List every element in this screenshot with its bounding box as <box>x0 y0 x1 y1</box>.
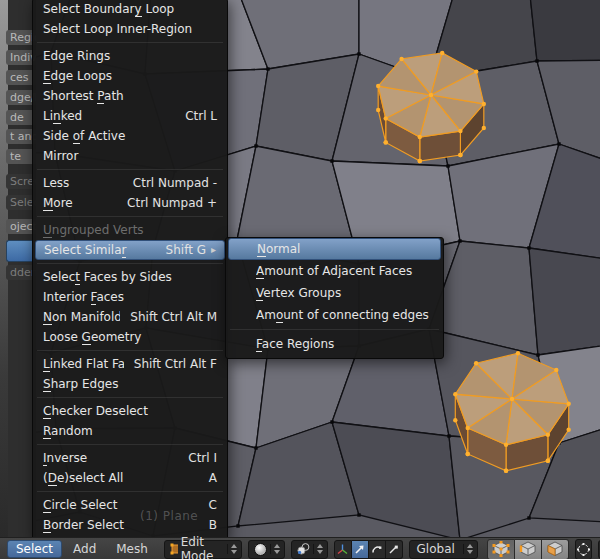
vertex-select-cube-icon <box>492 541 510 557</box>
menu-separator <box>35 39 225 46</box>
manipulator-rotate-button[interactable] <box>369 540 386 559</box>
menu-item-label: Inverse <box>43 448 178 468</box>
manipulator-axes-button[interactable] <box>334 540 352 559</box>
menu-item-non-manifold[interactable]: Non ManifoldShift Ctrl Alt M <box>35 307 225 327</box>
menu-item-edge-loops[interactable]: Edge Loops <box>35 66 225 86</box>
menu-item-sharp-edges[interactable]: Sharp Edges <box>35 374 225 394</box>
edit-mode-cube-icon <box>169 542 178 556</box>
menu-item-shortcut: Shift G <box>166 241 206 259</box>
mode-label: Edit Mode <box>178 535 225 559</box>
menu-item-label: Amount of connecting edges <box>256 304 433 326</box>
mode-selector[interactable]: Edit Mode <box>164 540 242 559</box>
menu-item-mirror[interactable]: Mirror <box>35 146 225 166</box>
menu-separator <box>35 441 225 448</box>
menu-item-shortcut: Ctrl I <box>188 448 217 468</box>
menu-item-amount-of-adjacent-faces[interactable]: Amount of Adjacent Faces <box>228 260 441 282</box>
manipulator-translate-button[interactable] <box>352 540 369 559</box>
menu-item-label: More <box>43 193 117 213</box>
face-select-cube-icon <box>546 541 564 557</box>
menu-item-amount-of-connecting-edges[interactable]: Amount of connecting edges <box>228 304 441 326</box>
translate-arrow-icon <box>354 544 365 555</box>
menu-item-label: Random <box>43 421 217 441</box>
menu-separator <box>35 166 225 173</box>
menu-item-label: Shortest Path <box>43 86 217 106</box>
menu-item-ungrouped-verts: Ungrouped Verts <box>35 220 225 240</box>
menu-separator <box>35 347 225 354</box>
transform-orientation-selector[interactable]: Global <box>409 540 478 559</box>
pivot-center-selector[interactable] <box>291 540 328 559</box>
menu-item-less[interactable]: LessCtrl Numpad - <box>35 173 225 193</box>
scale-arrow-icon <box>388 544 399 555</box>
menu-item-shortcut: Ctrl Numpad + <box>127 193 217 213</box>
orientation-label: Global <box>414 542 461 556</box>
menu-item-label: Select Similar <box>44 241 156 259</box>
menu-item-select-faces-by-sides[interactable]: Select Faces by Sides <box>35 267 225 287</box>
viewport-header-bar: SelectAddMesh Edit Mode <box>0 537 600 559</box>
menu-separator <box>35 213 225 220</box>
header-menu-select[interactable]: Select <box>7 540 62 558</box>
menu-item-label: Select Faces by Sides <box>43 267 217 287</box>
viewport-shading-sphere-icon <box>253 542 268 557</box>
pivot-center-icon <box>296 542 311 556</box>
menu-item-label: Linked <box>43 106 175 126</box>
menu-item-interior-faces[interactable]: Interior Faces <box>35 287 225 307</box>
menu-item-label: Loose Geometry <box>43 327 217 347</box>
menu-item-inverse[interactable]: InverseCtrl I <box>35 448 225 468</box>
shading-updown-arrows[interactable] <box>270 544 282 554</box>
header-menu-add[interactable]: Add <box>64 540 105 558</box>
manipulator-buttons <box>334 540 403 559</box>
menu-item-shortest-path[interactable]: Shortest Path <box>35 86 225 106</box>
viewport-shading-selector[interactable] <box>248 540 285 559</box>
manipulator-scale-button[interactable] <box>386 540 403 559</box>
submenu-arrow-icon: ▸ <box>211 241 216 259</box>
menu-item-select-similar[interactable]: Select SimilarShift G▸ <box>35 240 225 260</box>
mode-updown-arrows[interactable] <box>227 544 239 554</box>
tool-shelf-clipped: RegionIndividcesdge/Facdet and SteScrewS… <box>0 0 36 537</box>
menu-item-label: Ungrouped Verts <box>43 220 217 240</box>
select-mode-edge-button[interactable] <box>515 539 542 559</box>
select-mode-face-button[interactable] <box>542 539 569 559</box>
menu-separator <box>35 260 225 267</box>
menu-item-shortcut: C <box>209 495 217 515</box>
select-menu: Select Boundary LoopSelect Loop Inner-Re… <box>32 0 228 540</box>
menu-item-label: Select Boundary Loop <box>43 0 217 19</box>
menu-item-select-boundary-loop[interactable]: Select Boundary Loop <box>35 0 225 19</box>
menu-item-shortcut: Ctrl L <box>185 106 217 126</box>
menu-item-label: Edge Loops <box>43 66 217 86</box>
mesh-select-mode-buttons <box>487 539 569 559</box>
menu-item-label: (De)select All <box>43 468 199 488</box>
menu-item-loose-geometry[interactable]: Loose Geometry <box>35 327 225 347</box>
viewport-info-text: (1) Plane <box>140 509 198 523</box>
menu-item-side-of-active[interactable]: Side of Active <box>35 126 225 146</box>
menu-item-shortcut: B <box>209 515 217 535</box>
menu-item-normal[interactable]: Normal <box>228 238 441 260</box>
menu-item-label: Select Loop Inner-Region <box>43 19 217 39</box>
menu-item-shortcut: Shift Ctrl Alt F <box>134 354 217 374</box>
select-similar-submenu: NormalAmount of Adjacent FacesVertex Gro… <box>225 237 444 359</box>
menu-item-label: Vertex Groups <box>256 282 433 304</box>
menu-item-select-loop-inner-region[interactable]: Select Loop Inner-Region <box>35 19 225 39</box>
menu-separator <box>228 326 441 333</box>
menu-separator <box>35 394 225 401</box>
menu-item-vertex-groups[interactable]: Vertex Groups <box>228 282 441 304</box>
menu-item-face-regions[interactable]: Face Regions <box>228 333 441 355</box>
menu-item-label: Linked Flat Faces <box>43 354 124 374</box>
menu-item-linked-flat-faces[interactable]: Linked Flat FacesShift Ctrl Alt F <box>35 354 225 374</box>
menu-item--de-select-all[interactable]: (De)select AllA <box>35 468 225 488</box>
menu-item-checker-deselect[interactable]: Checker Deselect <box>35 401 225 421</box>
menu-item-label: Non Manifold <box>43 307 120 327</box>
menu-item-shortcut: Ctrl Numpad - <box>133 173 217 193</box>
menu-item-label: Side of Active <box>43 126 217 146</box>
menu-item-edge-rings[interactable]: Edge Rings <box>35 46 225 66</box>
menu-item-linked[interactable]: LinkedCtrl L <box>35 106 225 126</box>
menu-item-random[interactable]: Random <box>35 421 225 441</box>
menu-item-more[interactable]: MoreCtrl Numpad + <box>35 193 225 213</box>
menu-item-label: Checker Deselect <box>43 401 217 421</box>
blender-window: (1) Plane RegionIndividcesdge/Facdet and… <box>0 0 600 559</box>
menu-item-label: Less <box>43 173 123 193</box>
limit-selection-visible-button[interactable] <box>575 539 592 559</box>
select-mode-vertex-button[interactable] <box>487 539 515 559</box>
header-menu-mesh[interactable]: Mesh <box>107 540 157 558</box>
pivot-updown-arrows[interactable] <box>313 544 325 554</box>
orientation-updown-arrows[interactable] <box>463 544 475 554</box>
